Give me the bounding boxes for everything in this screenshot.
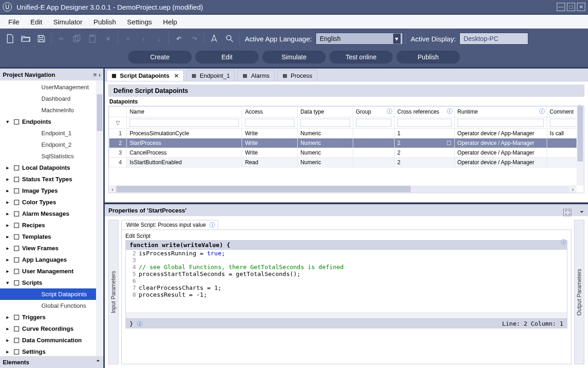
filter-input[interactable] [458,119,544,127]
menu-settings[interactable]: Settings [123,16,157,28]
tree-item[interactable]: Dashboard [0,93,103,104]
code-line[interactable]: 8processResult = -1; [126,291,567,298]
datapoints-section: Define Script Datapoints Datapointsi Nam… [105,81,588,204]
create-button[interactable]: Create [128,51,192,63]
column-header[interactable]: Cross referencesi [394,107,454,117]
publish-button[interactable]: Publish [396,51,460,63]
tree-item[interactable]: ▸Status Text Types [0,173,103,185]
tree-item[interactable]: ▾Scripts [0,277,103,288]
filter-input[interactable] [550,119,581,127]
tree-item[interactable]: SqlStatistics [0,150,103,162]
filter-input[interactable] [356,119,391,127]
close-button[interactable]: ✕ [577,3,585,11]
open-icon[interactable] [18,31,33,46]
new-icon[interactable] [3,31,17,46]
tree-item[interactable]: ▸Alarm Messages [0,208,103,219]
code-line[interactable]: 3 [126,257,567,264]
tree-item[interactable]: ▸Settings [0,346,103,356]
column-header[interactable]: Groupi [353,107,394,117]
table-row[interactable]: 1ProcessSimulationCycleWriteNumeric1Oper… [109,129,584,138]
filter-icon[interactable]: ▽ [109,117,127,129]
language-value: English [320,35,341,42]
menu-simulator[interactable]: Simulator [49,16,87,28]
filter-input[interactable] [245,119,294,127]
save-icon[interactable] [34,31,49,46]
code-line[interactable]: 2isProcessRunning = true; [126,250,567,257]
write-script-tab[interactable]: Write Script: Process input value i [121,220,218,230]
info-icon[interactable]: i [209,222,215,228]
nav-menu-icon[interactable]: ≡ [93,71,97,78]
tab-process[interactable]: ▦Process [277,70,317,81]
table-row[interactable]: 2StartProcessWriteNumeric2 ☐Operator dev… [109,138,584,148]
menu-edit[interactable]: Edit [26,16,47,28]
code-hscroll[interactable] [126,312,567,318]
tree-item[interactable]: ▸Local Datapoints [0,162,103,173]
svg-point-5 [226,35,231,40]
output-parameters-button[interactable]: Output Parameters [574,220,584,364]
expand-icon[interactable]: ⛶ [563,209,571,216]
tree-item[interactable]: ▸Triggers [0,311,103,323]
column-header[interactable]: Data type [297,107,353,117]
edit-button[interactable]: Edit [195,51,259,63]
chevron-down-icon[interactable]: ⌄ [579,207,584,214]
tree-item[interactable]: ▸App Languages [0,254,103,265]
datapoints-grid[interactable]: NameAccessData typeGroupiCross reference… [108,106,584,193]
info-icon[interactable]: i [561,239,566,245]
table-row[interactable]: 3CancelProcessWriteNumeric2Operator devi… [109,148,584,158]
content-area: ▦Script Datapoints✕▦Endpoint_1▦Alarms▦Pr… [105,69,588,368]
menu-publish[interactable]: Publish [89,16,120,28]
simulate-button[interactable]: Simulate [262,51,326,63]
filter-input[interactable] [397,119,452,127]
tab-script-datapoints[interactable]: ▦Script Datapoints✕ [107,70,184,81]
table-row[interactable]: 4IsStartButtonEnabledReadNumeric2Operato… [109,158,584,167]
tree-item[interactable]: MachineInfo [0,104,103,116]
test-online-button[interactable]: Test online [329,51,393,63]
compass-icon[interactable] [207,31,221,46]
info-icon[interactable]: i [137,321,142,327]
tree-item[interactable]: ▸Data Communication [0,334,103,346]
menu-file[interactable]: File [4,16,24,28]
column-header[interactable] [109,107,127,117]
code-line[interactable]: 6 [126,277,567,284]
tree-item[interactable]: Global Functions [0,300,103,311]
tab-endpoint_1[interactable]: ▦Endpoint_1 [187,70,235,81]
tree-item[interactable]: ▸User Management [0,265,103,277]
tree-item[interactable]: Endpoint_2 [0,139,103,150]
code-body[interactable]: 2isProcessRunning = true;34// see Global… [125,250,567,319]
tab-alarms[interactable]: ▦Alarms [237,70,274,81]
script-editor: Edit Scripti function write(writeValue) … [121,230,571,364]
tree-item[interactable]: UserManagement [0,81,103,93]
input-parameters-button[interactable]: Input Parameters [108,220,119,364]
code-line[interactable]: 4// see Global Functions, there GetTotal… [126,264,567,270]
column-header[interactable]: Access [242,107,298,117]
tree-item[interactable]: Script Datapoints [0,288,103,300]
maximize-button[interactable]: □ [567,3,575,11]
tree-item[interactable]: ▸Templates [0,231,103,242]
grid-vscroll[interactable] [577,106,584,185]
undo-icon[interactable]: ↶ [171,31,186,46]
grid-hscroll[interactable]: ‹› [109,185,577,193]
display-select[interactable]: Desktop-PC [459,33,528,45]
filter-input[interactable] [300,119,350,127]
close-tab-icon[interactable]: ✕ [174,73,179,79]
nav-tree[interactable]: UserManagementDashboardMachineInfo▾Endpo… [0,80,103,356]
tree-item[interactable]: ▸Recipes [0,219,103,231]
nav-collapse-icon[interactable]: ‹ [99,71,101,78]
code-line[interactable]: 5processStartTotalSeconds = getTotalSeco… [126,270,567,277]
menu-help[interactable]: Help [158,16,182,28]
filter-input[interactable] [130,119,239,127]
language-select[interactable]: English ▾ [316,33,403,45]
tree-item[interactable]: ▸View Frames [0,242,103,254]
nav-scrollbar[interactable] [96,80,103,356]
column-header[interactable]: Runtimei [454,107,547,117]
tree-item[interactable]: Endpoint_1 [0,127,103,139]
tree-item[interactable]: ▸Curve Recordings [0,323,103,334]
tree-item[interactable]: ▸Image Types [0,185,103,196]
code-line[interactable]: 7clearProcessCharts = 1; [126,284,567,291]
column-header[interactable]: Name [127,107,242,117]
minimize-button[interactable]: — [557,3,565,11]
elements-header[interactable]: Elements ⌃ [0,356,103,368]
tree-item[interactable]: ▸Color Types [0,196,103,208]
tree-item[interactable]: ▾Endpoints [0,116,103,127]
search-icon[interactable] [222,31,237,46]
